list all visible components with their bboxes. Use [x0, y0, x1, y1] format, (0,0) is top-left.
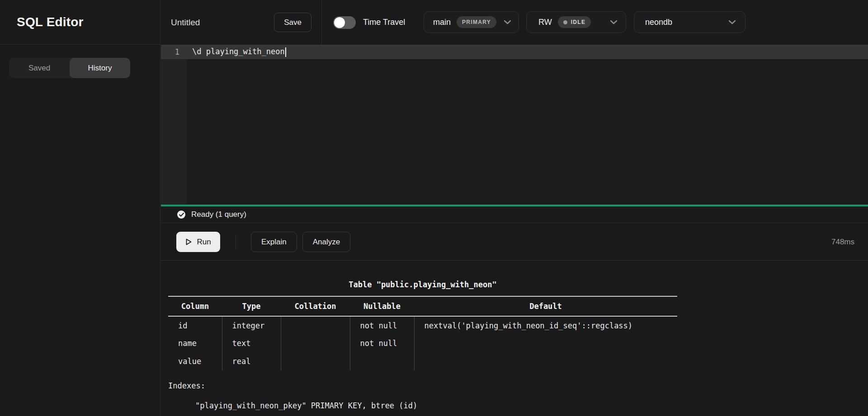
database-select[interactable]: neondb — [634, 11, 745, 33]
status-dot-icon — [563, 20, 567, 24]
column-header: Nullable — [350, 296, 414, 316]
explain-button[interactable]: Explain — [251, 232, 297, 252]
table-row: idintegernot nullnextval('playing_with_n… — [168, 316, 677, 334]
table-cell: real — [222, 352, 281, 370]
psql-output: Table "public.playing_with_neon" ColumnT… — [168, 280, 677, 410]
toolbar-divider — [236, 234, 236, 250]
indexes-label: Indexes: — [168, 381, 677, 390]
save-button[interactable]: Save — [274, 13, 311, 32]
results-table: ColumnTypeCollationNullableDefault idint… — [168, 296, 677, 370]
analyze-button[interactable]: Analyze — [302, 232, 350, 252]
branch-name: main — [433, 18, 451, 27]
compute-name: RW — [538, 18, 552, 27]
topbar-divider — [321, 0, 322, 45]
topbar: Untitled Save Time Travel main PRIMARY R… — [161, 0, 868, 45]
idle-badge: IDLE — [558, 16, 591, 28]
table-cell — [350, 352, 414, 370]
table-cell — [281, 316, 350, 334]
idle-badge-label: IDLE — [571, 19, 586, 25]
line-number: 1 — [161, 47, 187, 56]
status-bar: Ready (1 query) — [161, 206, 868, 223]
table-cell: integer — [222, 316, 281, 334]
code-editor[interactable]: 1 \d playing_with_neon — [161, 45, 868, 205]
query-duration: 748ms — [831, 238, 854, 247]
column-header: Type — [222, 296, 281, 316]
table-cell: not null — [350, 316, 414, 334]
column-header: Collation — [281, 296, 350, 316]
tab-saved[interactable]: Saved — [9, 58, 70, 78]
results-panel: Table "public.playing_with_neon" ColumnT… — [161, 261, 868, 416]
sidebar-header: SQL Editor — [0, 0, 160, 45]
table-cell: not null — [350, 334, 414, 352]
table-cell: nextval('playing_with_neon_id_seq'::regc… — [414, 316, 677, 334]
table-cell — [414, 352, 677, 370]
table-row: nametextnot null — [168, 334, 677, 352]
table-cell: value — [168, 352, 222, 370]
play-icon — [185, 238, 192, 246]
code-text: \d playing_with_neon — [192, 47, 285, 56]
toggle-knob — [334, 17, 345, 28]
chevron-down-icon — [728, 20, 736, 24]
time-travel-toggle[interactable] — [333, 16, 356, 29]
editor-active-line[interactable]: 1 \d playing_with_neon — [161, 45, 868, 59]
saved-history-tabs: Saved History — [9, 58, 130, 78]
status-message: Ready (1 query) — [191, 210, 246, 219]
table-cell: name — [168, 334, 222, 352]
tab-history[interactable]: History — [70, 58, 130, 78]
run-button-label: Run — [197, 238, 211, 247]
table-cell: text — [222, 334, 281, 352]
query-toolbar: Run Explain Analyze 748ms — [161, 224, 868, 261]
compute-select[interactable]: RW IDLE — [526, 11, 626, 33]
table-cell — [281, 352, 350, 370]
database-name: neondb — [645, 18, 672, 27]
chevron-down-icon — [610, 20, 618, 24]
primary-badge: PRIMARY — [457, 16, 496, 28]
text-cursor — [285, 47, 286, 57]
page-title: SQL Editor — [17, 15, 84, 29]
check-circle-icon — [177, 210, 185, 219]
results-table-head-row: ColumnTypeCollationNullableDefault — [168, 296, 677, 316]
table-title: Table "public.playing_with_neon" — [168, 280, 677, 289]
query-title: Untitled — [171, 0, 200, 45]
chevron-down-icon — [504, 20, 511, 24]
column-header: Default — [414, 296, 677, 316]
table-row: valuereal — [168, 352, 677, 370]
table-cell: id — [168, 316, 222, 334]
results-table-body: idintegernot nullnextval('playing_with_n… — [168, 316, 677, 370]
table-cell — [281, 334, 350, 352]
index-entry: "playing_with_neon_pkey" PRIMARY KEY, bt… — [168, 401, 677, 410]
sidebar: SQL Editor Saved History — [0, 0, 160, 416]
column-header: Column — [168, 296, 222, 316]
editor-gutter — [161, 59, 187, 205]
code-line: \d playing_with_neon — [187, 47, 286, 57]
main-panel: Untitled Save Time Travel main PRIMARY R… — [161, 0, 868, 416]
table-cell — [414, 334, 677, 352]
run-button[interactable]: Run — [176, 232, 220, 252]
branch-select[interactable]: main PRIMARY — [424, 11, 519, 33]
time-travel-label: Time Travel — [363, 0, 405, 45]
